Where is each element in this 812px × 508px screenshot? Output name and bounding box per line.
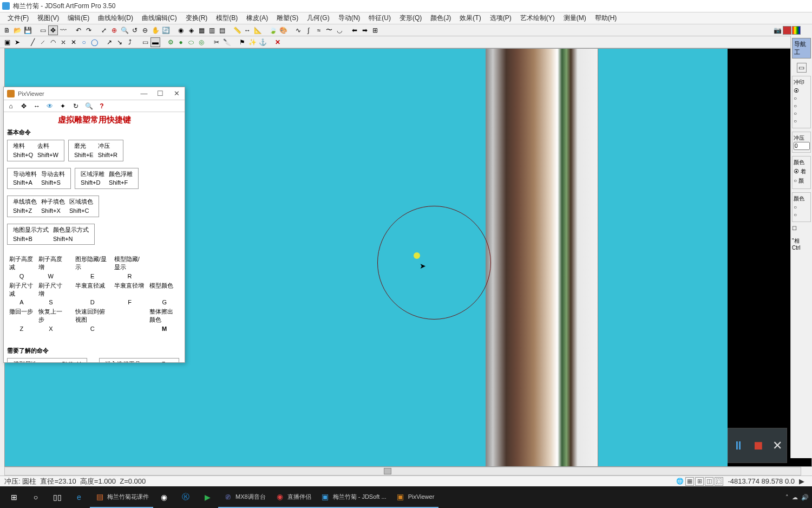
status-icon-2[interactable]: ⊞ [695,477,704,486]
curve5-icon[interactable]: ◡ [335,25,344,35]
pv-rotate-icon[interactable]: ↻ [71,101,81,111]
menu-feature[interactable]: 特征(U) [364,12,395,24]
curve4-icon[interactable]: 〜 [324,25,334,35]
menu-options[interactable]: 选项(P) [486,12,516,24]
render-icon[interactable]: 🎨 [278,25,288,35]
radio-opt1[interactable]: ⦿ [794,88,809,94]
wand-icon[interactable]: ✨ [247,37,257,47]
close-overlay-button[interactable]: ✕ [772,439,782,453]
menu-deform[interactable]: 变形(Q) [395,12,426,24]
horizontal-scrollbar[interactable] [4,467,801,476]
zoom-fit-icon[interactable]: ⤢ [99,25,109,35]
join-icon[interactable]: ↘ [115,37,125,47]
arrow-right-icon[interactable]: ➡ [360,25,370,35]
radio-opt2[interactable]: ○ [794,95,809,101]
punch-input[interactable] [794,142,810,150]
delete-point-icon[interactable]: ✕ [69,37,78,47]
gear-icon[interactable]: ⚙ [166,37,175,47]
pv-maximize-button[interactable]: ☐ [152,89,168,97]
curve3-icon[interactable]: ≈ [314,25,324,35]
cortana-button[interactable]: ○ [25,486,47,508]
polyline-icon[interactable]: ⟋ [38,37,48,47]
menu-help[interactable]: 帮助(H) [591,12,621,24]
radio-opt3[interactable]: ○ [794,103,809,109]
status-arrow-icon[interactable]: ▶ [799,477,804,485]
pv-pan-icon[interactable]: ↔ [32,101,42,111]
edge-button[interactable]: e [68,486,90,508]
menu-color[interactable]: 颜色(J) [426,12,455,24]
pv-star-icon[interactable]: ✦ [58,101,68,111]
zoom-window-icon[interactable]: 🔍 [120,25,129,35]
taskbar-app-4[interactable]: ▣ 梅兰竹菊 - JDSoft ... [316,486,391,508]
status-icon-3[interactable]: ◫ [705,477,713,486]
color-swatch-2[interactable] [792,26,801,35]
select-all-icon[interactable]: ▣ [2,37,12,47]
redo-icon[interactable]: ↷ [84,25,94,35]
angle-icon[interactable]: 📐 [253,25,263,35]
scrollbar-thumb[interactable] [384,468,391,474]
panel-rect-icon[interactable]: ▭ [797,63,807,73]
rect-solid-icon[interactable]: ▬ [150,37,160,47]
radio-opt5[interactable]: ○ [794,118,809,124]
taskbar-app-3[interactable]: ◉ 直播伴侣 [270,486,316,508]
radio-opt4[interactable]: ○ [794,110,809,116]
new-icon[interactable]: 🗎 [2,25,12,35]
start-button[interactable]: ⊞ [3,486,25,508]
open-icon[interactable]: 📂 [12,25,22,35]
rotate-view-icon[interactable]: 🔄 [161,25,171,35]
line-icon[interactable]: ╱ [28,37,37,47]
split-icon[interactable]: ↗ [104,37,114,47]
menu-curve-edit[interactable]: 曲线编辑(C) [137,12,181,24]
pv-close-button[interactable]: ✕ [168,89,185,97]
pan-icon[interactable]: ✋ [150,25,160,35]
rect-dashed-icon[interactable]: ▭ [140,37,150,47]
curve1-icon[interactable]: ∿ [293,25,303,35]
menu-curve-draw[interactable]: 曲线绘制(D) [94,12,137,24]
pixviewer-titlebar[interactable]: PixViewer — ☐ ✕ [4,87,185,100]
pause-button[interactable]: ⏸ [732,439,744,453]
flag-icon[interactable]: ⚑ [237,37,247,47]
tray-cloud-icon[interactable]: ☁ [792,494,798,501]
menu-geometry[interactable]: 几何(G) [303,12,333,24]
radio-c2-a[interactable]: ○ [794,204,809,210]
right-panel-tab[interactable]: 导航工 [792,38,811,58]
curve2-icon[interactable]: ∫ [304,25,313,35]
taskview-button[interactable]: ▯▯ [47,486,68,508]
menu-navigate[interactable]: 导动(N) [334,12,365,24]
status-icon-1[interactable]: ▦ [685,477,694,486]
menu-model[interactable]: 模型(B) [212,12,242,24]
view-side-icon[interactable]: ▤ [217,25,227,35]
move-icon[interactable]: ✥ [48,25,58,35]
orbit-icon[interactable]: ◉ [176,25,186,35]
circle-icon[interactable]: ○ [79,37,89,47]
view-iso-icon[interactable]: ◈ [186,25,196,35]
pv-eye-icon[interactable]: 👁 [45,101,55,111]
view-top-icon[interactable]: ▦ [197,25,206,35]
kugou-button[interactable]: Ⓚ [175,486,197,508]
curve-tool-icon[interactable]: 〰 [58,25,68,35]
radio-color-a[interactable]: ⦿ 着 [794,168,809,175]
extend-icon[interactable]: ⤴ [125,37,135,47]
taskbar-app-5[interactable]: ▣ PixViewer [391,486,439,508]
camera-icon[interactable]: 📷 [772,25,782,35]
rect-select-icon[interactable]: ▭ [38,25,48,35]
pv-home-icon[interactable]: ⌂ [6,101,16,111]
knife-icon[interactable]: 🔪 [222,37,232,47]
menu-rubber[interactable]: 橡皮(A) [242,12,272,24]
delete-icon[interactable]: ✕ [273,37,283,47]
arrow-left-icon[interactable]: ⬅ [350,25,359,35]
arc-icon[interactable]: ◠ [48,37,58,47]
zoom-out-icon[interactable]: ⊖ [140,25,150,35]
pv-move-icon[interactable]: ✥ [19,101,29,111]
menu-effect[interactable]: 效果(T) [455,12,485,24]
zoom-previous-icon[interactable]: ↺ [130,25,140,35]
radio-color-b[interactable]: ○ 颜 [794,177,809,185]
grid-icon[interactable]: ⊞ [370,25,380,35]
pv-zoom-icon[interactable]: 🔍 [84,101,94,111]
taskbar-app-1[interactable]: ▤ 梅兰竹菊花课件 [90,486,153,508]
player-button[interactable]: ▶ [197,486,218,508]
tray-up-icon[interactable]: ˄ [785,494,789,501]
menu-sculpt[interactable]: 雕塑(S) [272,12,303,24]
measure-icon[interactable]: 📏 [232,25,242,35]
color-swatch-1[interactable] [783,26,791,35]
